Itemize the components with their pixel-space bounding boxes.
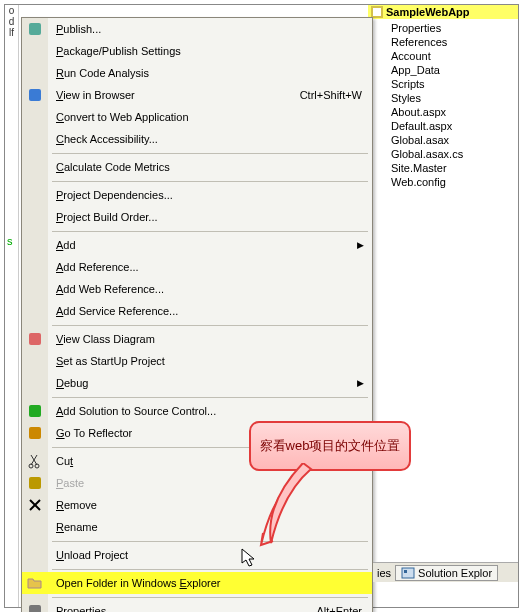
tab-properties[interactable]: ies [377,567,391,579]
svg-rect-11 [402,568,414,578]
solution-item[interactable]: Properties [376,21,518,35]
svg-rect-12 [404,570,407,573]
menu-label: Convert to Web Application [48,111,372,123]
solution-item[interactable]: Site.Master [376,161,518,175]
menu-item-check-accessibility[interactable]: Check Accessibility... [22,128,372,150]
solution-item[interactable]: App_Data [376,63,518,77]
submenu-arrow-icon: ▶ [357,378,372,388]
ref-icon [376,36,388,48]
wrench-icon [376,22,388,34]
solution-item[interactable]: Global.asax [376,133,518,147]
config-icon [376,176,388,188]
solution-item-label: Global.asax.cs [391,148,463,160]
menu-item-add-service-reference[interactable]: Add Service Reference... [22,300,372,322]
folder-icon [376,78,388,90]
aspx-icon [376,106,388,118]
blank-icon [22,206,48,228]
diagram-icon [22,328,48,350]
menu-label: Properties [48,605,316,612]
solution-item[interactable]: About.aspx [376,105,518,119]
svg-rect-10 [29,605,41,612]
menu-label: Run Code Analysis [48,67,372,79]
solution-item[interactable]: Default.aspx [376,119,518,133]
menu-label: Project Dependencies... [48,189,372,201]
blank-icon [22,62,48,84]
aspx-icon [376,120,388,132]
solution-explorer: SampleWebApp PropertiesReferencesAccount… [368,5,518,189]
folder-open-icon [22,572,48,594]
master-icon [376,162,388,174]
menu-item-project-build-order[interactable]: Project Build Order... [22,206,372,228]
solution-item-label: Site.Master [391,162,447,174]
menu-item-add-reference[interactable]: Add Reference... [22,256,372,278]
menu-item-add-web-reference[interactable]: Add Web Reference... [22,278,372,300]
blank-icon [22,256,48,278]
svg-rect-4 [29,333,41,345]
scc-icon [22,400,48,422]
solution-item-label: Default.aspx [391,120,452,132]
reflector-icon [22,422,48,444]
solution-item[interactable]: Web.config [376,175,518,189]
paste-icon [22,472,48,494]
cut-icon [22,450,48,472]
menu-label: Add [48,239,357,251]
menu-item-convert-to-web-application[interactable]: Convert to Web Application [22,106,372,128]
menu-label: Remove [48,499,372,511]
svg-rect-6 [29,427,41,439]
menu-item-properties[interactable]: PropertiesAlt+Enter [22,600,372,612]
folder-icon [376,50,388,62]
menu-item-view-in-browser[interactable]: View in BrowserCtrl+Shift+W [22,84,372,106]
menu-label: Package/Publish Settings [48,45,372,57]
blank-icon [22,184,48,206]
tab-solution-explorer[interactable]: Solution Explor [395,565,498,581]
menu-label: Add Service Reference... [48,305,372,317]
svg-rect-9 [29,477,41,489]
blank-icon [22,106,48,128]
solution-item[interactable]: Scripts [376,77,518,91]
solution-item-label: References [391,36,447,48]
blank-icon [22,40,48,62]
asax-icon [376,134,388,146]
menu-label: Publish... [48,23,372,35]
blank-icon [22,544,48,566]
project-node[interactable]: SampleWebApp [368,5,518,19]
menu-shortcut: Alt+Enter [316,605,372,612]
menu-item-set-as-startup-project[interactable]: Set as StartUp Project [22,350,372,372]
menu-item-project-dependencies[interactable]: Project Dependencies... [22,184,372,206]
menu-label: Project Build Order... [48,211,372,223]
menu-label: Rename [48,521,372,533]
solution-item-label: About.aspx [391,106,446,118]
menu-item-calculate-code-metrics[interactable]: Calculate Code Metrics [22,156,372,178]
solution-item-label: Properties [391,22,441,34]
svg-rect-2 [29,23,41,35]
tool-window-tabs: ies Solution Explor [373,562,518,582]
menu-label: Paste [48,477,372,489]
menu-label: Check Accessibility... [48,133,372,145]
menu-label: Add Reference... [48,261,372,273]
menu-item-debug[interactable]: Debug▶ [22,372,372,394]
callout-tail [253,463,323,553]
browser-icon [22,84,48,106]
blank-icon [22,300,48,322]
menu-label: Set as StartUp Project [48,355,372,367]
menu-label: View Class Diagram [48,333,372,345]
editor-gutter: o d lf [5,5,19,607]
publish-icon [22,18,48,40]
blank-icon [22,372,48,394]
menu-shortcut: Ctrl+Shift+W [300,89,372,101]
solution-item[interactable]: References [376,35,518,49]
blank-icon [22,350,48,372]
solution-item[interactable]: Account [376,49,518,63]
solution-item[interactable]: Global.asax.cs [376,147,518,161]
menu-item-add-solution-to-source-control[interactable]: Add Solution to Source Control... [22,400,372,422]
menu-item-publish[interactable]: Publish... [22,18,372,40]
menu-item-package-publish-settings[interactable]: Package/Publish Settings [22,40,372,62]
menu-item-run-code-analysis[interactable]: Run Code Analysis [22,62,372,84]
solution-item[interactable]: Styles [376,91,518,105]
menu-label: Add Web Reference... [48,283,372,295]
folder-icon [376,92,388,104]
menu-item-add[interactable]: Add▶ [22,234,372,256]
menu-item-open-folder-in-windows-explorer[interactable]: Open Folder in Windows Explorer [22,572,372,594]
cs-icon [376,148,388,160]
menu-item-view-class-diagram[interactable]: View Class Diagram [22,328,372,350]
